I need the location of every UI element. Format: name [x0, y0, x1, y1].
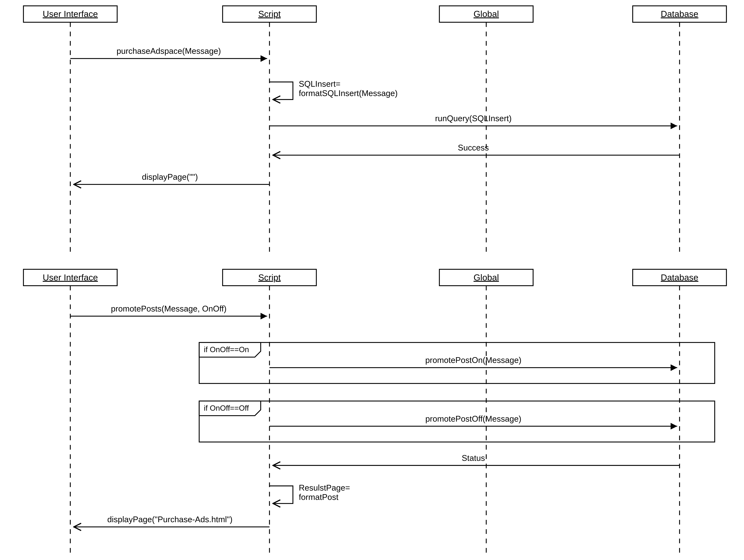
- svg-text:Database: Database: [661, 9, 698, 19]
- fragment-on: if OnOff==On promotePostOn(Message): [199, 343, 715, 384]
- lifeline-global: Global: [439, 6, 533, 252]
- lifeline-script: Script: [223, 6, 316, 252]
- msg-self-resultspage: ResulstPage= formatPost: [269, 483, 350, 504]
- svg-text:runQuery(SQLInsert): runQuery(SQLInsert): [435, 114, 512, 123]
- diagram-2: User Interface Script Global Database pr…: [24, 269, 727, 556]
- svg-text:User Interface: User Interface: [43, 9, 98, 19]
- svg-text:formatPost: formatPost: [299, 492, 338, 502]
- svg-text:User Interface: User Interface: [43, 273, 98, 282]
- svg-text:Status: Status: [462, 453, 485, 463]
- msg-promotePostOff: promotePostOff(Message): [269, 414, 677, 426]
- svg-text:Database: Database: [661, 273, 698, 282]
- diagram-1: User Interface Script Global Database pu…: [24, 6, 727, 252]
- svg-text:SQLInsert=: SQLInsert=: [299, 79, 340, 88]
- msg-status: Status: [273, 453, 679, 466]
- msg-runQuery: runQuery(SQLInsert): [269, 114, 677, 126]
- svg-text:Script: Script: [258, 9, 281, 19]
- svg-text:promotePostOff(Message): promotePostOff(Message): [425, 414, 521, 423]
- svg-text:promotePostOn(Message): promotePostOn(Message): [425, 355, 521, 365]
- msg-promotePostOn: promotePostOn(Message): [269, 355, 677, 368]
- lifeline-db-2: Database: [633, 269, 727, 556]
- sequence-diagrams: User Interface Script Global Database pu…: [0, 0, 744, 560]
- fragment-off: if OnOff==Off promotePostOff(Message): [199, 401, 715, 442]
- svg-text:Script: Script: [258, 273, 281, 282]
- svg-text:displayPage("Purchase-Ads.html: displayPage("Purchase-Ads.html"): [107, 515, 232, 524]
- msg-displayPage-1: displayPage(""): [74, 172, 269, 185]
- msg-displayPage-2: displayPage("Purchase-Ads.html"): [74, 515, 269, 527]
- msg-promotePosts: promotePosts(Message, OnOff): [70, 304, 267, 316]
- lifeline-global-2: Global: [439, 269, 533, 556]
- msg-success: Success: [273, 143, 679, 155]
- svg-text:Global: Global: [474, 9, 499, 19]
- lifeline-ui: User Interface: [24, 6, 117, 252]
- lifeline-db: Database: [633, 6, 727, 252]
- svg-text:if OnOff==On: if OnOff==On: [204, 345, 249, 354]
- lifeline-ui-2: User Interface: [24, 269, 117, 556]
- svg-text:Global: Global: [474, 273, 499, 282]
- svg-text:Success: Success: [458, 143, 489, 152]
- svg-text:promotePosts(Message, OnOff): promotePosts(Message, OnOff): [111, 304, 226, 313]
- svg-text:purchaseAdspace(Message): purchaseAdspace(Message): [116, 46, 221, 55]
- svg-text:ResulstPage=: ResulstPage=: [299, 483, 350, 492]
- msg-purchaseAdspace: purchaseAdspace(Message): [70, 46, 267, 58]
- svg-text:if OnOff==Off: if OnOff==Off: [204, 404, 249, 412]
- svg-text:displayPage(""): displayPage(""): [142, 172, 198, 182]
- svg-text:formatSQLInsert(Message): formatSQLInsert(Message): [299, 89, 398, 98]
- msg-self-sqlinsert: SQLInsert= formatSQLInsert(Message): [269, 79, 398, 99]
